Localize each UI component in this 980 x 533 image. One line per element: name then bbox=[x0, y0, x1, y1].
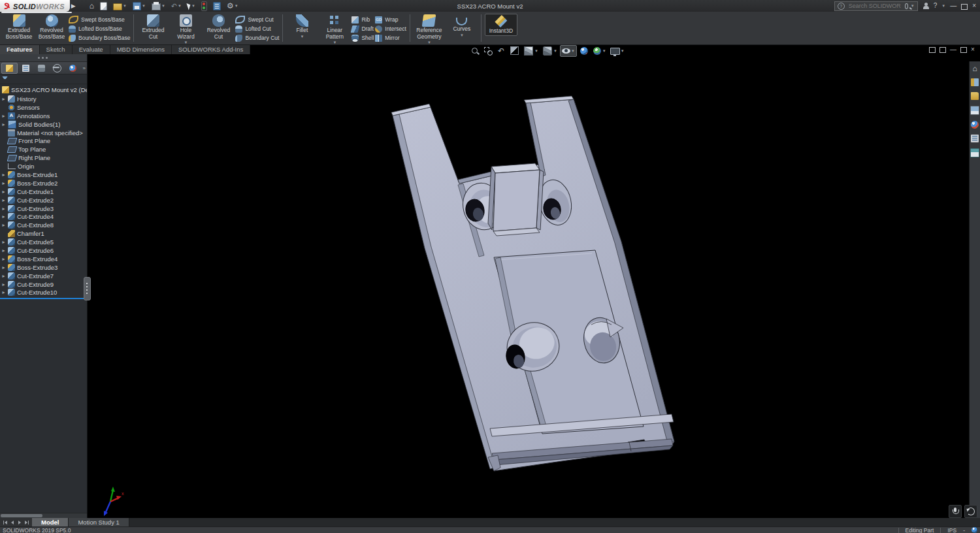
expand-arrow-icon[interactable]: ▸ bbox=[1, 248, 6, 253]
tree-item[interactable]: ▸ Boss-Extrude1 bbox=[0, 170, 87, 179]
help-button[interactable]: ? bbox=[934, 2, 938, 10]
close-button[interactable]: × bbox=[972, 2, 976, 10]
tree-item[interactable]: ▸ Cut-Extrude7 bbox=[0, 272, 87, 280]
tree-horizontal-scrollbar[interactable] bbox=[0, 513, 87, 518]
menu-expand-chevron-icon[interactable]: ▶ bbox=[71, 3, 76, 9]
solidworks-forum-icon[interactable] bbox=[970, 148, 979, 157]
tree-item[interactable]: ▸ Cut-Extrude5 bbox=[0, 238, 87, 246]
expand-arrow-icon[interactable]: ▸ bbox=[1, 282, 6, 287]
ribbon-tab[interactable]: MBD Dimensions bbox=[110, 44, 172, 54]
custom-properties-icon[interactable] bbox=[971, 135, 979, 142]
tree-item[interactable]: ▸ Chamfer1 bbox=[0, 229, 87, 238]
revolved-cut-button[interactable]: Revolved Cut bbox=[203, 14, 234, 40]
undo-button[interactable]: ↶▼ bbox=[169, 2, 184, 10]
ribbon-tab[interactable]: Evaluate bbox=[73, 44, 110, 54]
tree-item[interactable]: ▸ Origin bbox=[0, 162, 87, 170]
design-library-icon[interactable] bbox=[971, 78, 979, 86]
microphone-button[interactable] bbox=[949, 505, 962, 518]
tree-item[interactable]: ▸ Right Plane bbox=[0, 153, 87, 162]
tree-item[interactable]: ▸ Cut-Extrude2 bbox=[0, 196, 87, 204]
tree-item[interactable]: ▸ Boss-Extrude4 bbox=[0, 255, 87, 263]
help-caret-icon[interactable]: ▼ bbox=[941, 4, 945, 8]
expand-arrow-icon[interactable]: ▸ bbox=[1, 273, 6, 279]
tab-displaymanager[interactable] bbox=[65, 63, 80, 73]
select-button[interactable]: ▼ bbox=[186, 2, 197, 10]
instant3d-button[interactable]: Instant3D bbox=[485, 14, 517, 36]
tree-item[interactable]: ▸ Boss-Extrude3 bbox=[0, 263, 87, 272]
search-magnifier-icon[interactable] bbox=[905, 3, 908, 9]
tree-item[interactable]: ▸ Boss-Extrude2 bbox=[0, 179, 87, 187]
ribbon-tab[interactable]: Features bbox=[0, 44, 40, 54]
panel-resize-handle[interactable] bbox=[84, 277, 91, 300]
expand-arrow-icon[interactable]: ▸ bbox=[1, 180, 6, 186]
boundary-cut-button[interactable]: Boundary Cut bbox=[235, 34, 279, 42]
shell-button[interactable]: Shell bbox=[351, 34, 374, 42]
home-button[interactable]: ⌂ bbox=[88, 1, 96, 10]
tab-scroll-first-button[interactable] bbox=[2, 519, 8, 525]
tree-item[interactable]: ▸ Material <not specified> bbox=[0, 129, 87, 137]
print-button[interactable]: ▼ bbox=[150, 1, 167, 11]
expand-arrow-icon[interactable]: ▸ bbox=[1, 289, 6, 295]
rib-button[interactable]: Rib bbox=[351, 16, 374, 24]
expand-arrow-icon[interactable]: ▸ bbox=[1, 256, 6, 262]
save-button[interactable]: ▼ bbox=[131, 1, 148, 11]
lofted-cut-button[interactable]: Lofted Cut bbox=[235, 25, 279, 33]
options-caret-icon[interactable]: ▼ bbox=[235, 4, 238, 8]
units-selector[interactable]: IPS bbox=[947, 527, 956, 533]
linear-pattern-caret-icon[interactable]: ▼ bbox=[333, 40, 336, 44]
solidworks-logo[interactable]: SOLIDWORKS bbox=[0, 0, 70, 12]
search-caret-icon[interactable]: ▼ bbox=[911, 4, 915, 8]
select-caret-icon[interactable]: ▼ bbox=[191, 4, 195, 8]
fillet-button[interactable]: Fillet▼ bbox=[286, 14, 318, 39]
expand-arrow-icon[interactable]: ▸ bbox=[1, 239, 6, 245]
tree-item[interactable]: ▸ Cut-Extrude4 bbox=[0, 212, 87, 221]
expand-arrow-icon[interactable]: ▸ bbox=[1, 197, 6, 203]
minimize-button[interactable]: — bbox=[950, 2, 956, 10]
tree-item[interactable]: ▸ Cut-Extrude8 bbox=[0, 221, 87, 229]
extruded-cut-button[interactable]: Extruded Cut bbox=[137, 14, 169, 40]
tab-scroll-next-button[interactable] bbox=[16, 519, 23, 525]
restore-button[interactable] bbox=[961, 4, 968, 10]
expand-arrow-icon[interactable]: ▸ bbox=[1, 96, 6, 102]
open-button[interactable]: ▼ bbox=[111, 1, 129, 11]
scrollbar-thumb[interactable] bbox=[1, 514, 42, 517]
tree-item[interactable]: ▸ Annotations bbox=[0, 112, 87, 120]
view-palette-icon[interactable] bbox=[970, 106, 979, 115]
tab-scroll-last-button[interactable] bbox=[24, 519, 30, 525]
tab-propertymanager[interactable] bbox=[18, 63, 33, 73]
extruded-boss-button[interactable]: Extruded Boss/Base bbox=[3, 14, 35, 40]
tree-item[interactable]: ▸ Solid Bodies(1) bbox=[0, 120, 87, 129]
tree-item[interactable]: ▸ History bbox=[0, 95, 87, 103]
model-tab[interactable]: Model bbox=[32, 518, 69, 526]
tree-item[interactable]: ▸ Cut-Extrude6 bbox=[0, 246, 87, 255]
help-search-box[interactable]: ? ▼ bbox=[834, 1, 918, 11]
revolved-boss-button[interactable]: Revolved Boss/Base bbox=[36, 14, 67, 40]
fillet-caret-icon[interactable]: ▼ bbox=[300, 35, 304, 39]
expand-arrow-icon[interactable]: ▸ bbox=[1, 222, 6, 228]
tree-item[interactable]: ▸ Front Plane bbox=[0, 137, 87, 145]
open-caret-icon[interactable]: ▼ bbox=[123, 4, 127, 8]
swept-cut-button[interactable]: Swept Cut bbox=[235, 16, 279, 24]
taskpane-home-icon[interactable]: ⌂ bbox=[972, 65, 977, 73]
expand-arrow-icon[interactable]: ▸ bbox=[1, 189, 6, 195]
hole-wizard-button[interactable]: Hole Wizard▼ bbox=[170, 14, 201, 45]
save-caret-icon[interactable]: ▼ bbox=[142, 4, 146, 8]
performance-button[interactable] bbox=[199, 1, 209, 12]
ribbon-tab[interactable]: Sketch bbox=[40, 44, 73, 54]
tree-filter-bar[interactable] bbox=[0, 74, 87, 84]
tree-root-item[interactable]: SSX23 ACRO Mount v2 (Default<<Def bbox=[0, 84, 87, 95]
intersect-button[interactable]: Intersect bbox=[375, 25, 406, 33]
expand-arrow-icon[interactable]: ▸ bbox=[1, 206, 6, 212]
tab-scroll-prev-button[interactable] bbox=[9, 519, 16, 525]
lofted-boss-button[interactable]: Lofted Boss/Base bbox=[69, 25, 130, 33]
boundary-boss-button[interactable]: Boundary Boss/Base bbox=[69, 34, 130, 42]
expand-arrow-icon[interactable]: ▸ bbox=[1, 214, 6, 219]
status-sphere-icon[interactable] bbox=[972, 527, 977, 533]
undo-caret-icon[interactable]: ▼ bbox=[178, 4, 182, 8]
user-login-icon[interactable] bbox=[923, 3, 929, 9]
model-tab[interactable]: Motion Study 1 bbox=[69, 518, 129, 526]
tree-item[interactable]: ▸ Cut-Extrude10 bbox=[0, 288, 87, 297]
tab-featuremanager-tree[interactable] bbox=[1, 63, 18, 74]
hole-wizard-caret-icon[interactable]: ▼ bbox=[184, 40, 188, 44]
appearances-scenes-icon[interactable] bbox=[971, 121, 979, 129]
